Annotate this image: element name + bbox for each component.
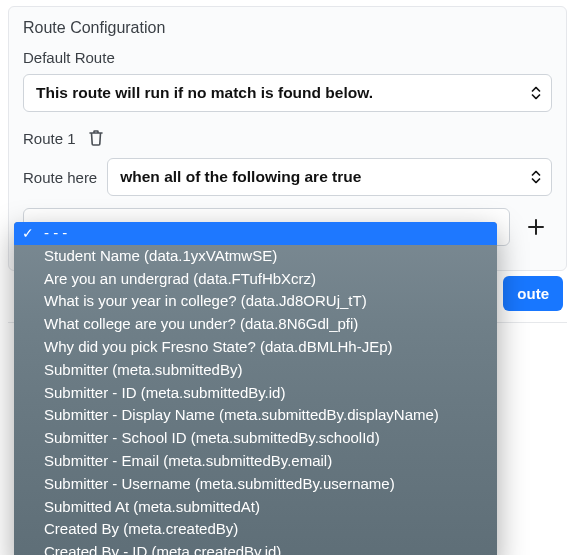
trash-icon [88, 129, 104, 147]
dropdown-option[interactable]: Submitted At (meta.submittedAt) [14, 496, 497, 519]
dropdown-option[interactable]: Submitter - Email (meta.submittedBy.emai… [14, 450, 497, 473]
add-route-button-label: oute [517, 285, 549, 302]
plus-icon [527, 218, 545, 236]
dropdown-option[interactable]: Student Name (data.1yxVAtmwSE) [14, 245, 497, 268]
dropdown-option[interactable]: Submitter - Display Name (meta.submitted… [14, 404, 497, 427]
dropdown-option[interactable]: Submitter - Username (meta.submittedBy.u… [14, 473, 497, 496]
add-condition-button[interactable] [520, 211, 552, 243]
dropdown-option[interactable]: Submitter - ID (meta.submittedBy.id) [14, 382, 497, 405]
dropdown-option[interactable]: Why did you pick Fresno State? (data.dBM… [14, 336, 497, 359]
route-here-label: Route here [23, 169, 97, 186]
route-here-select-text: when all of the following are true [120, 168, 361, 185]
select-caret-icon [531, 171, 541, 184]
field-dropdown-menu[interactable]: - - -Student Name (data.1yxVAtmwSE)Are y… [14, 222, 497, 555]
dropdown-option[interactable]: What is your year in college? (data.Jd8O… [14, 290, 497, 313]
default-route-label: Default Route [23, 49, 552, 66]
dropdown-option[interactable]: Submitter (meta.submittedBy) [14, 359, 497, 382]
delete-route-button[interactable] [86, 128, 106, 148]
dropdown-option[interactable]: Submitter - School ID (meta.submittedBy.… [14, 427, 497, 450]
route-here-select[interactable]: when all of the following are true [107, 158, 552, 196]
route-here-row: Route here when all of the following are… [23, 158, 552, 196]
route-1-label: Route 1 [23, 130, 76, 147]
panel-title: Route Configuration [23, 19, 552, 37]
dropdown-option[interactable]: Are you an undergrad (data.FTufHbXcrz) [14, 268, 497, 291]
dropdown-option[interactable]: Created By (meta.createdBy) [14, 518, 497, 541]
default-route-select[interactable]: This route will run if no match is found… [23, 74, 552, 112]
dropdown-option[interactable]: - - - [14, 222, 497, 245]
add-route-button[interactable]: oute [503, 276, 563, 311]
route-1-header: Route 1 [23, 128, 552, 148]
dropdown-option[interactable]: Created By - ID (meta.createdBy.id) [14, 541, 497, 555]
dropdown-option[interactable]: What college are you under? (data.8N6Gdl… [14, 313, 497, 336]
default-route-select-text: This route will run if no match is found… [36, 84, 373, 101]
select-caret-icon [531, 87, 541, 100]
